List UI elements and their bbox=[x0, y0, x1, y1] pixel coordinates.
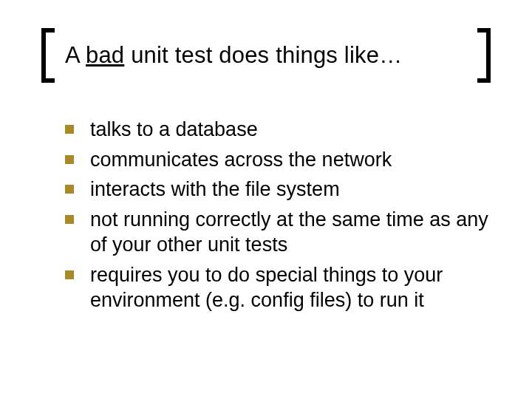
slide: A bad unit test does things like… talks … bbox=[0, 0, 532, 399]
right-bracket-icon bbox=[477, 28, 491, 83]
title-row: A bad unit test does things like… bbox=[41, 28, 491, 83]
square-bullet-icon bbox=[65, 215, 74, 224]
list-item-text: interacts with the file system bbox=[90, 177, 340, 202]
bullet-list: talks to a database communicates across … bbox=[65, 117, 497, 318]
list-item: talks to a database bbox=[65, 117, 497, 143]
square-bullet-icon bbox=[65, 155, 74, 164]
list-item: interacts with the file system bbox=[65, 177, 497, 202]
list-item: not running correctly at the same time a… bbox=[65, 207, 497, 258]
list-item-text: not running correctly at the same time a… bbox=[90, 207, 497, 258]
list-item: communicates across the network bbox=[65, 147, 497, 173]
title-post: unit test does things like… bbox=[124, 42, 402, 68]
title-pre: A bbox=[65, 42, 86, 68]
square-bullet-icon bbox=[65, 185, 74, 194]
square-bullet-icon bbox=[65, 125, 74, 134]
list-item-text: communicates across the network bbox=[90, 147, 392, 173]
title-bad: bad bbox=[86, 42, 124, 68]
list-item: requires you to do special things to you… bbox=[65, 262, 497, 313]
slide-title: A bad unit test does things like… bbox=[55, 41, 477, 69]
left-bracket-icon bbox=[41, 28, 55, 83]
list-item-text: talks to a database bbox=[90, 117, 258, 143]
square-bullet-icon bbox=[65, 270, 74, 279]
list-item-text: requires you to do special things to you… bbox=[90, 262, 497, 313]
